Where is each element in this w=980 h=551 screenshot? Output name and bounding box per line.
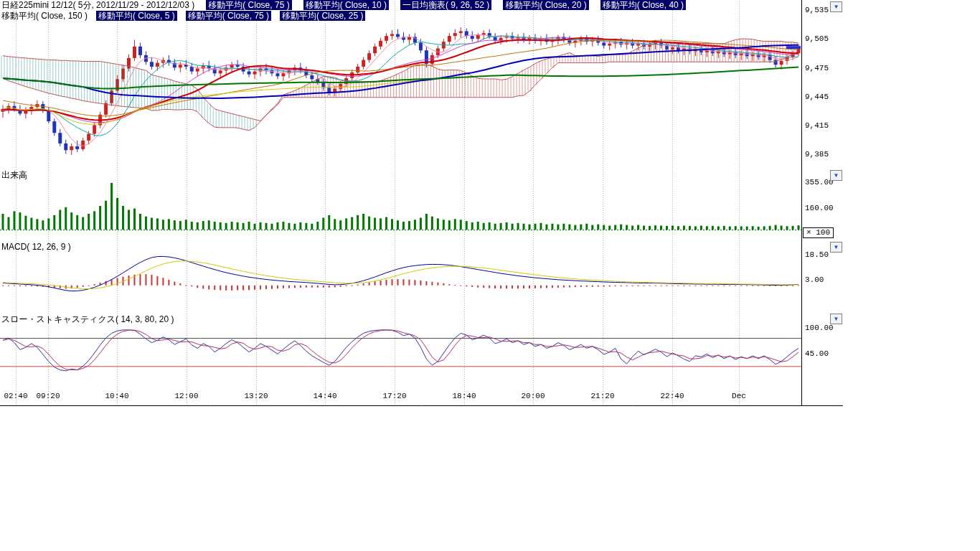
time-axis-label: 02:40: [0, 392, 33, 400]
axis-tick-label: 18.50: [805, 250, 829, 259]
indicator-legend-item[interactable]: 移動平均( Close, 75 ): [186, 11, 271, 21]
volume-panel-dropdown-button[interactable]: ▼: [830, 170, 842, 181]
chart-canvas[interactable]: [0, 0, 844, 409]
indicator-legend-item[interactable]: 移動平均( Close, 5 ): [96, 11, 177, 21]
axis-tick-label: 9,415: [805, 121, 829, 130]
price-panel-dropdown-button[interactable]: ▼: [830, 1, 842, 12]
time-axis-label: 18:40: [447, 392, 481, 400]
indicator-legend-item[interactable]: 移動平均( Close, 75 ): [206, 0, 291, 10]
axis-tick-label: 45.00: [805, 349, 829, 358]
time-axis-label: 13:20: [239, 392, 273, 400]
trading-chart-screen: 日経225mini 12/12( 5分, 2012/11/29 - 2012/1…: [0, 0, 980, 551]
axis-tick-label: 160.00: [805, 204, 834, 212]
chevron-down-icon: ▼: [834, 172, 839, 179]
time-axis-label: 21:20: [585, 392, 620, 400]
axis-tick-label: 3.00: [805, 276, 824, 284]
time-axis-label: 12:00: [169, 392, 204, 400]
indicator-legend-item[interactable]: 移動平均( Close, 150 ): [1, 11, 88, 21]
time-axis-label: 10:40: [100, 392, 134, 400]
volume-panel-label: 出来高: [1, 169, 27, 182]
axis-tick-label: 9,505: [805, 34, 829, 43]
volume-multiplier-badge: × 100: [803, 227, 834, 238]
stochastics-panel-label: スロー・ストキャスティクス( 14, 3, 80, 20 ): [1, 314, 174, 326]
stochastics-panel-dropdown-button[interactable]: ▼: [830, 314, 842, 324]
axis-tick-label: 9,385: [805, 150, 829, 159]
indicator-legend-row-2: 移動平均( Close, 150 )移動平均( Close, 5 )移動平均( …: [1, 11, 365, 21]
macd-panel-label: MACD( 12, 26, 9 ): [1, 242, 71, 252]
time-axis-label: 14:40: [308, 392, 342, 400]
axis-tick-label: 9,445: [805, 93, 829, 101]
chevron-down-icon: ▼: [834, 4, 839, 10]
indicator-legend-item[interactable]: 移動平均( Close, 20 ): [503, 0, 588, 10]
indicator-legend-item[interactable]: 移動平均( Close, 10 ): [303, 0, 389, 10]
time-axis-label: 20:00: [516, 392, 550, 400]
indicator-legend-item[interactable]: 一目均衡表( 9, 26, 52 ): [400, 0, 491, 10]
time-axis-label: 17:20: [377, 392, 412, 400]
time-axis-label: Dec: [722, 392, 756, 400]
chart-title: 日経225mini 12/12( 5分, 2012/11/29 - 2012/1…: [1, 0, 194, 10]
time-axis-label: 09:20: [31, 392, 65, 400]
indicator-legend-item[interactable]: 移動平均( Close, 40 ): [600, 0, 686, 10]
macd-panel-dropdown-button[interactable]: ▼: [830, 242, 842, 253]
axis-tick-label: 9,535: [805, 6, 829, 14]
axis-tick-label: 9,475: [805, 64, 829, 72]
time-axis-label: 22:40: [655, 392, 689, 400]
axis-tick-label: 100.00: [805, 324, 834, 332]
chevron-down-icon: ▼: [834, 244, 839, 250]
chevron-down-icon: ▼: [834, 316, 839, 322]
indicator-legend-row-1: 日経225mini 12/12( 5分, 2012/11/29 - 2012/1…: [1, 0, 686, 10]
indicator-legend-item[interactable]: 移動平均( Close, 25 ): [280, 11, 365, 21]
axis-tick-label: 355.00: [805, 178, 834, 187]
